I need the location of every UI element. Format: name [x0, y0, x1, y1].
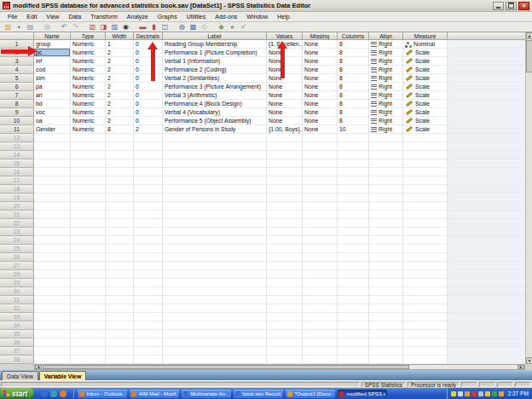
column-header-missing[interactable]: Missing: [303, 32, 338, 40]
cell-empty[interactable]: [338, 185, 369, 194]
cell-empty[interactable]: [163, 296, 267, 304]
row-number[interactable]: 37: [0, 347, 34, 356]
cell-label[interactable]: Performance 4 (Block Design): [163, 100, 267, 108]
cell-empty[interactable]: [403, 228, 448, 236]
cell-empty[interactable]: [403, 356, 448, 364]
cell-empty[interactable]: [34, 176, 71, 185]
cell-empty[interactable]: [71, 185, 106, 194]
column-header-type[interactable]: Type: [71, 32, 106, 40]
cell-empty[interactable]: [303, 228, 338, 236]
cell-empty[interactable]: [106, 321, 134, 330]
cell-type[interactable]: Numeric: [71, 74, 106, 83]
row-number[interactable]: 25: [0, 245, 34, 253]
cell-values[interactable]: None: [267, 117, 303, 125]
cell-empty[interactable]: [369, 356, 403, 364]
cell-type[interactable]: Numeric: [71, 91, 106, 100]
cell-empty[interactable]: [303, 142, 338, 151]
column-header-columns[interactable]: Columns: [338, 32, 369, 40]
horizontal-scroll-thumb[interactable]: [43, 365, 409, 369]
cell-empty[interactable]: [338, 245, 369, 253]
print-icon[interactable]: ▤: [26, 23, 35, 32]
row-number[interactable]: 22: [0, 219, 34, 228]
column-header-values[interactable]: Values: [267, 32, 303, 40]
cell-empty[interactable]: [403, 313, 448, 321]
tray-icon-3[interactable]: [465, 391, 470, 396]
menu-utilities[interactable]: Utilities: [182, 13, 211, 20]
cell-values[interactable]: None: [267, 49, 303, 57]
restore-button[interactable]: [506, 2, 517, 10]
cell-empty[interactable]: [369, 151, 403, 159]
cell-empty[interactable]: [34, 228, 71, 236]
scroll-down-icon[interactable]: ▼: [526, 357, 532, 364]
cell-empty[interactable]: [369, 219, 403, 228]
cell-empty[interactable]: [267, 279, 303, 287]
cell-empty[interactable]: [267, 330, 303, 338]
tray-icon-5[interactable]: [478, 391, 483, 396]
cell-empty[interactable]: [163, 287, 267, 296]
cell-empty[interactable]: [106, 253, 134, 262]
cell-measure[interactable]: Scale: [403, 83, 448, 91]
row-number[interactable]: 26: [0, 253, 34, 262]
cell-empty[interactable]: [369, 202, 403, 211]
cell-empty[interactable]: [134, 287, 163, 296]
variables-icon[interactable]: ▥: [110, 23, 119, 32]
use-sets-icon[interactable]: ◆: [217, 23, 226, 32]
cell-width[interactable]: 2: [106, 66, 134, 74]
cell-empty[interactable]: [71, 321, 106, 330]
vertical-scroll-thumb[interactable]: [526, 40, 532, 72]
cell-type[interactable]: Numeric: [71, 100, 106, 108]
row-number[interactable]: 5: [0, 74, 34, 83]
cell-empty[interactable]: [338, 228, 369, 236]
cell-empty[interactable]: [303, 313, 338, 321]
menu-view[interactable]: View: [42, 13, 63, 20]
cell-empty[interactable]: [267, 287, 303, 296]
cell-empty[interactable]: [34, 253, 71, 262]
cell-empty[interactable]: [134, 330, 163, 338]
tray-icon-4[interactable]: [471, 391, 477, 396]
cell-columns[interactable]: 8: [338, 91, 369, 100]
cell-width[interactable]: 2: [106, 117, 134, 125]
cell-empty[interactable]: [106, 245, 134, 253]
cell-empty[interactable]: [71, 142, 106, 151]
row-number[interactable]: 27: [0, 262, 34, 270]
cell-empty[interactable]: [338, 330, 369, 338]
row-number[interactable]: 6: [0, 83, 34, 91]
cell-empty[interactable]: [338, 211, 369, 219]
cell-empty[interactable]: [403, 296, 448, 304]
cell-align[interactable]: Right: [369, 66, 403, 74]
cell-values[interactable]: None: [267, 74, 303, 83]
cell-empty[interactable]: [134, 194, 163, 202]
cell-empty[interactable]: [163, 270, 267, 279]
cell-empty[interactable]: [303, 194, 338, 202]
cell-empty[interactable]: [303, 202, 338, 211]
cell-empty[interactable]: [163, 245, 267, 253]
cell-empty[interactable]: [134, 151, 163, 159]
cell-empty[interactable]: [303, 253, 338, 262]
cell-empty[interactable]: [106, 151, 134, 159]
cell-empty[interactable]: [338, 253, 369, 262]
value-labels-icon[interactable]: ◇: [200, 23, 209, 32]
cell-empty[interactable]: [403, 262, 448, 270]
cell-empty[interactable]: [403, 279, 448, 287]
cell-empty[interactable]: [338, 287, 369, 296]
row-number[interactable]: 13: [0, 142, 34, 151]
cell-empty[interactable]: [369, 134, 403, 142]
cell-empty[interactable]: [267, 134, 303, 142]
cell-empty[interactable]: [403, 304, 448, 313]
tab-data-view[interactable]: Data View: [2, 371, 38, 380]
cell-empty[interactable]: [369, 253, 403, 262]
cell-empty[interactable]: [369, 142, 403, 151]
cell-empty[interactable]: [403, 321, 448, 330]
cell-empty[interactable]: [134, 219, 163, 228]
cell-label[interactable]: Performance 1 (Picture Completion): [163, 49, 267, 57]
firefox-quicklaunch-icon[interactable]: [60, 390, 66, 397]
cell-empty[interactable]: [267, 321, 303, 330]
cell-empty[interactable]: [34, 236, 71, 245]
cell-empty[interactable]: [267, 296, 303, 304]
cell-measure[interactable]: Scale: [403, 66, 448, 74]
undo-icon[interactable]: ↶: [60, 23, 69, 32]
cell-measure[interactable]: Scale: [403, 49, 448, 57]
cell-measure[interactable]: Scale: [403, 100, 448, 108]
goto-case-icon[interactable]: ◨: [99, 23, 108, 32]
cell-empty[interactable]: [34, 168, 71, 176]
